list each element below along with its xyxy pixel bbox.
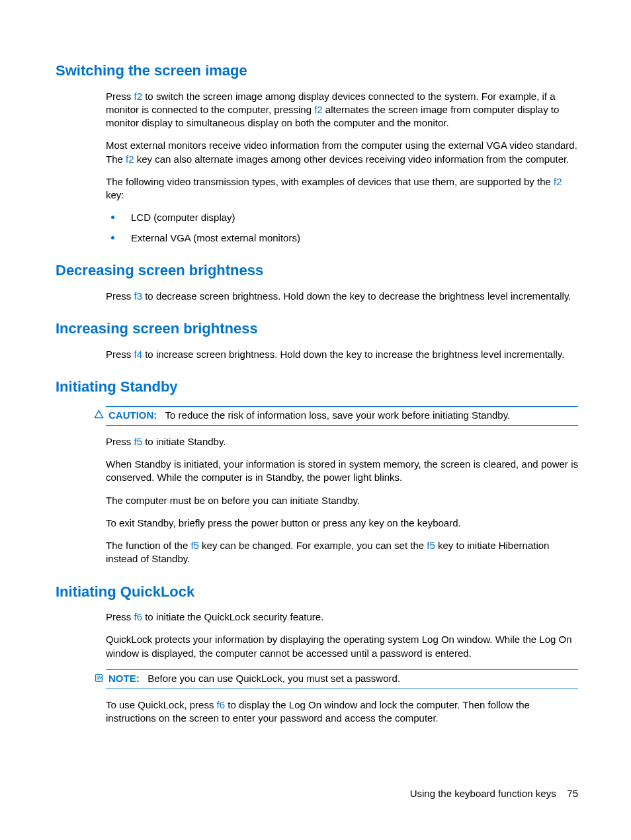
paragraph: Press f4 to increase screen brightness. …: [106, 348, 578, 361]
section-content: To use QuickLock, press f6 to display th…: [106, 698, 578, 726]
caution-label: CAUTION:: [108, 409, 157, 421]
paragraph: Press f6 to initiate the QuickLock secur…: [106, 610, 578, 624]
list-item: LCD (computer display): [106, 211, 578, 224]
key-f5: f5: [134, 436, 143, 447]
caution-icon: [94, 409, 104, 423]
note-box: NOTE: Before you can use QuickLock, you …: [106, 669, 578, 689]
section-content: Press f3 to decrease screen brightness. …: [106, 290, 578, 303]
section-content: Press f5 to initiate Standby. When Stand…: [106, 435, 578, 566]
section-content-with-note: CAUTION: To reduce the risk of informati…: [93, 406, 578, 426]
list-item: External VGA (most external monitors): [106, 231, 578, 245]
section-content: Press f2 to switch the screen image amon…: [106, 90, 578, 245]
section-content-with-note: NOTE: Before you can use QuickLock, you …: [93, 669, 578, 689]
paragraph: Most external monitors receive video inf…: [106, 139, 578, 166]
paragraph: Press f3 to decrease screen brightness. …: [106, 290, 578, 303]
key-f2: f2: [134, 91, 143, 102]
paragraph: Press f5 to initiate Standby.: [106, 435, 578, 448]
key-f2: f2: [554, 176, 562, 187]
paragraph: To use QuickLock, press f6 to display th…: [106, 698, 578, 726]
caution-text: To reduce the risk of information loss, …: [165, 409, 511, 421]
section-content: Press f4 to increase screen brightness. …: [106, 348, 578, 361]
key-f5: f5: [427, 540, 435, 551]
key-f4: f4: [134, 349, 143, 360]
paragraph: To exit Standby, briefly press the power…: [106, 517, 578, 530]
heading-increasing-brightness: Increasing screen brightness: [56, 319, 578, 339]
paragraph: The computer must be on before you can i…: [106, 494, 578, 507]
note-text: Before you can use QuickLock, you must s…: [147, 673, 400, 684]
heading-decreasing-brightness: Decreasing screen brightness: [56, 261, 578, 280]
note-icon: [94, 673, 104, 686]
footer-text: Using the keyboard function keys: [410, 788, 556, 799]
page-number: 75: [567, 788, 578, 799]
bullet-list: LCD (computer display) External VGA (mos…: [106, 211, 578, 245]
page-footer: Using the keyboard function keys 75: [410, 787, 578, 800]
paragraph: QuickLock protects your information by d…: [106, 633, 578, 660]
paragraph: When Standby is initiated, your informat…: [106, 458, 578, 485]
section-content: Press f6 to initiate the QuickLock secur…: [106, 610, 578, 660]
key-f6: f6: [134, 611, 143, 622]
key-f2: f2: [314, 104, 323, 115]
key-f6: f6: [217, 699, 226, 710]
paragraph: The following video transmission types, …: [106, 175, 578, 202]
key-f2: f2: [126, 153, 134, 165]
note-text-container: NOTE: Before you can use QuickLock, you …: [108, 672, 577, 685]
heading-initiating-standby: Initiating Standby: [56, 377, 578, 397]
note-label: NOTE:: [108, 673, 140, 684]
key-f5: f5: [190, 540, 199, 551]
paragraph: Press f2 to switch the screen image amon…: [106, 90, 578, 130]
caution-box: CAUTION: To reduce the risk of informati…: [106, 406, 578, 426]
heading-switching-screen-image: Switching the screen image: [56, 61, 578, 81]
document-page: Switching the screen image Press f2 to s…: [0, 0, 631, 840]
caution-text-container: CAUTION: To reduce the risk of informati…: [108, 409, 577, 422]
heading-initiating-quicklock: Initiating QuickLock: [56, 582, 578, 602]
paragraph: The function of the f5 key can be change…: [106, 539, 578, 566]
key-f3: f3: [134, 290, 143, 302]
